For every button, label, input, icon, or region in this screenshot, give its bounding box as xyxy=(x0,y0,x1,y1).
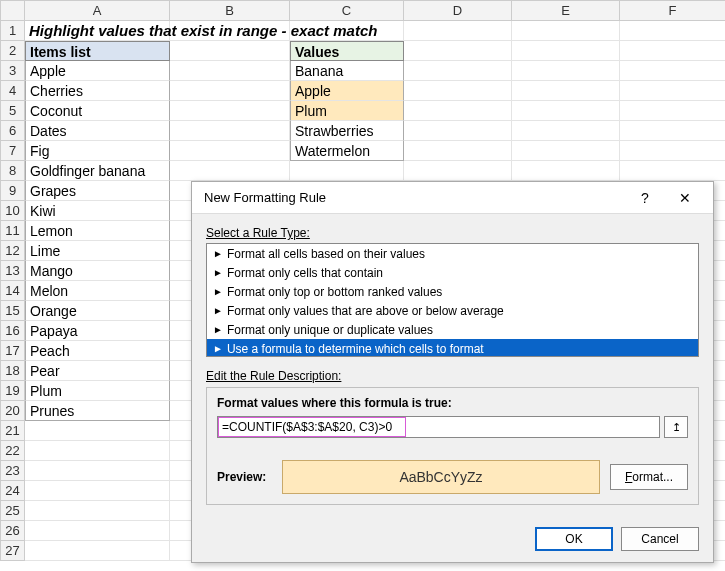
cell[interactable] xyxy=(620,101,725,121)
cell[interactable] xyxy=(512,21,620,41)
cell[interactable] xyxy=(404,141,512,161)
cell[interactable] xyxy=(170,121,290,141)
items-cell[interactable]: Cherries xyxy=(25,81,170,101)
cell[interactable] xyxy=(512,61,620,81)
rule-type-item[interactable]: ►Format only unique or duplicate values xyxy=(207,320,698,339)
row-header[interactable]: 26 xyxy=(1,521,25,541)
items-cell[interactable]: Fig xyxy=(25,141,170,161)
row-header[interactable]: 12 xyxy=(1,241,25,261)
cell[interactable] xyxy=(404,81,512,101)
row-header[interactable]: 2 xyxy=(1,41,25,61)
cell[interactable] xyxy=(404,121,512,141)
row-header[interactable]: 24 xyxy=(1,481,25,501)
row-header[interactable]: 18 xyxy=(1,361,25,381)
cell[interactable] xyxy=(170,161,290,181)
items-cell[interactable]: Coconut xyxy=(25,101,170,121)
formula-input[interactable] xyxy=(217,416,660,438)
items-cell[interactable]: Prunes xyxy=(25,401,170,421)
items-cell[interactable]: Kiwi xyxy=(25,201,170,221)
items-cell[interactable]: Melon xyxy=(25,281,170,301)
cell[interactable] xyxy=(404,101,512,121)
cell[interactable] xyxy=(25,481,170,501)
cell[interactable] xyxy=(25,461,170,481)
items-cell[interactable]: Lime xyxy=(25,241,170,261)
cell[interactable] xyxy=(404,61,512,81)
rule-type-item[interactable]: ►Format only cells that contain xyxy=(207,263,698,282)
corner-cell[interactable] xyxy=(1,1,25,21)
items-cell[interactable]: Mango xyxy=(25,261,170,281)
ok-button[interactable]: OK xyxy=(535,527,613,551)
format-button[interactable]: Format... xyxy=(610,464,688,490)
close-button[interactable]: ✕ xyxy=(665,184,705,212)
values-cell[interactable]: Plum xyxy=(290,101,404,121)
row-header[interactable]: 3 xyxy=(1,61,25,81)
cell[interactable] xyxy=(170,21,290,41)
cell[interactable] xyxy=(512,41,620,61)
row-header[interactable]: 16 xyxy=(1,321,25,341)
cell[interactable] xyxy=(25,421,170,441)
items-cell[interactable]: Dates xyxy=(25,121,170,141)
col-header-D[interactable]: D xyxy=(404,1,512,21)
collapse-dialog-button[interactable]: ↥ xyxy=(664,416,688,438)
cell[interactable] xyxy=(170,81,290,101)
row-header[interactable]: 1 xyxy=(1,21,25,41)
cell[interactable] xyxy=(170,101,290,121)
row-header[interactable]: 21 xyxy=(1,421,25,441)
items-header[interactable]: Items list xyxy=(25,41,170,61)
rule-type-item[interactable]: ►Format all cells based on their values xyxy=(207,244,698,263)
values-cell[interactable]: Strawberries xyxy=(290,121,404,141)
row-header[interactable]: 8 xyxy=(1,161,25,181)
cell[interactable] xyxy=(170,41,290,61)
cell[interactable] xyxy=(290,161,404,181)
cell[interactable] xyxy=(25,501,170,521)
cell[interactable] xyxy=(620,141,725,161)
values-cell[interactable]: Apple xyxy=(290,81,404,101)
row-header[interactable]: 20 xyxy=(1,401,25,421)
row-header[interactable]: 17 xyxy=(1,341,25,361)
col-header-C[interactable]: C xyxy=(290,1,404,21)
values-cell[interactable]: Banana xyxy=(290,61,404,81)
cell[interactable] xyxy=(170,61,290,81)
values-cell[interactable]: Watermelon xyxy=(290,141,404,161)
help-button[interactable]: ? xyxy=(625,184,665,212)
cell[interactable] xyxy=(512,101,620,121)
row-header[interactable]: 6 xyxy=(1,121,25,141)
cell[interactable] xyxy=(404,21,512,41)
items-cell[interactable]: Papaya xyxy=(25,321,170,341)
cell[interactable] xyxy=(620,21,725,41)
cell[interactable] xyxy=(512,141,620,161)
cell[interactable] xyxy=(512,121,620,141)
cell[interactable] xyxy=(25,441,170,461)
col-header-F[interactable]: F xyxy=(620,1,725,21)
rule-type-item[interactable]: ►Format only top or bottom ranked values xyxy=(207,282,698,301)
items-cell[interactable]: Plum xyxy=(25,381,170,401)
col-header-E[interactable]: E xyxy=(512,1,620,21)
items-cell[interactable]: Grapes xyxy=(25,181,170,201)
cell[interactable] xyxy=(512,161,620,181)
cell[interactable] xyxy=(25,521,170,541)
cell[interactable] xyxy=(620,41,725,61)
rule-type-list[interactable]: ►Format all cells based on their values►… xyxy=(206,243,699,357)
row-header[interactable]: 23 xyxy=(1,461,25,481)
col-header-A[interactable]: A xyxy=(25,1,170,21)
items-cell[interactable]: Orange xyxy=(25,301,170,321)
row-header[interactable]: 13 xyxy=(1,261,25,281)
row-header[interactable]: 14 xyxy=(1,281,25,301)
title-cell[interactable]: Highlight values that exist in range - e… xyxy=(25,21,170,41)
rule-type-item[interactable]: ►Use a formula to determine which cells … xyxy=(207,339,698,357)
cell[interactable] xyxy=(404,161,512,181)
items-cell[interactable]: Apple xyxy=(25,61,170,81)
cell[interactable] xyxy=(620,121,725,141)
row-header[interactable]: 22 xyxy=(1,441,25,461)
items-cell[interactable]: Goldfinger banana xyxy=(25,161,170,181)
row-header[interactable]: 10 xyxy=(1,201,25,221)
cell[interactable] xyxy=(620,161,725,181)
row-header[interactable]: 11 xyxy=(1,221,25,241)
row-header[interactable]: 27 xyxy=(1,541,25,561)
rule-type-item[interactable]: ►Format only values that are above or be… xyxy=(207,301,698,320)
cancel-button[interactable]: Cancel xyxy=(621,527,699,551)
values-header[interactable]: Values xyxy=(290,41,404,61)
cell[interactable] xyxy=(620,61,725,81)
row-header[interactable]: 5 xyxy=(1,101,25,121)
row-header[interactable]: 7 xyxy=(1,141,25,161)
